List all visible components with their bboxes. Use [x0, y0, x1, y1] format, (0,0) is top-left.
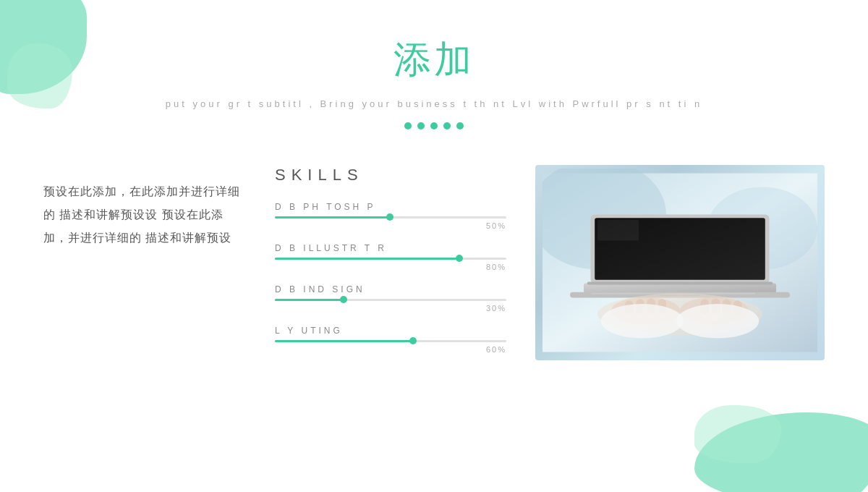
skill-bar-container-2	[275, 299, 506, 301]
skill-bar-container-1	[275, 258, 506, 260]
dot-2	[417, 122, 425, 130]
svg-rect-7	[587, 282, 773, 285]
skill-label-2: D B IND SIGN	[275, 284, 506, 294]
svg-point-21	[676, 304, 759, 339]
skill-bar-container-3	[275, 340, 506, 342]
skills-section: SKILLS D B PH TOSH P50%D B ILLUSTR T R80…	[275, 158, 506, 367]
skills-list: D B PH TOSH P50%D B ILLUSTR T R80%D B IN…	[275, 202, 506, 354]
dot-5	[456, 122, 464, 130]
dot-1	[404, 122, 412, 130]
skill-percent-3: 60%	[275, 345, 506, 354]
header: 添加 put your gr t subtitl , Bring your bu…	[0, 0, 868, 130]
skill-label-1: D B ILLUSTR T R	[275, 243, 506, 253]
skill-bar-fill-3	[275, 340, 414, 342]
skill-item-0: D B PH TOSH P50%	[275, 202, 506, 230]
skill-percent-1: 80%	[275, 263, 506, 271]
svg-point-20	[601, 304, 684, 339]
image-section	[535, 158, 825, 367]
skill-item-2: D B IND SIGN30%	[275, 284, 506, 313]
svg-rect-3	[584, 284, 776, 293]
skills-title: SKILLS	[275, 166, 506, 184]
skill-percent-0: 50%	[275, 221, 506, 230]
svg-rect-23	[660, 295, 701, 296]
dots-decoration	[0, 122, 868, 130]
skill-bar-fill-0	[275, 216, 391, 219]
skill-label-0: D B PH TOSH P	[275, 202, 506, 212]
skill-item-1: D B ILLUSTR T R80%	[275, 243, 506, 271]
dot-3	[430, 122, 438, 130]
left-text-block: 预设在此添加，在此添加并进行详细的 描述和讲解预设设 预设在此添加，并进行详细的…	[43, 158, 246, 367]
skill-item-3: L Y UTING60%	[275, 326, 506, 354]
svg-rect-22	[597, 220, 639, 241]
skill-percent-2: 30%	[275, 304, 506, 313]
decorative-blob-bottom-right-2	[694, 405, 781, 463]
skill-bar-fill-1	[275, 258, 460, 260]
skill-bar-fill-2	[275, 299, 344, 301]
dot-4	[443, 122, 451, 130]
subtitle: put your gr t subtitl , Bring your busin…	[0, 98, 868, 109]
decorative-blob-top-left-2	[7, 43, 72, 109]
main-title: 添加	[0, 35, 868, 85]
laptop-svg	[542, 169, 817, 357]
skill-bar-container-0	[275, 216, 506, 219]
skill-label-3: L Y UTING	[275, 326, 506, 336]
main-content: 预设在此添加，在此添加并进行详细的 描述和讲解预设设 预设在此添加，并进行详细的…	[0, 158, 868, 367]
laptop-image	[535, 165, 825, 360]
